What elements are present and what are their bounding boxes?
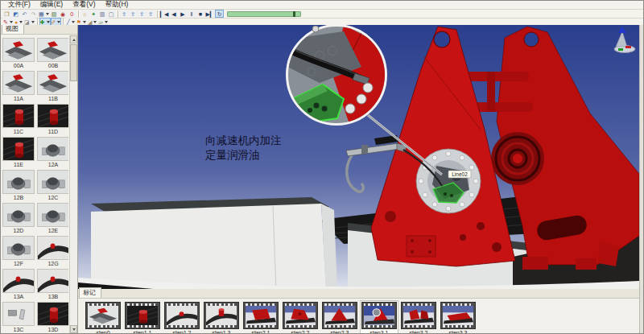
playback-slider-handle[interactable]: [293, 11, 295, 17]
view-thumbnail-00B[interactable]: 00B: [37, 38, 68, 70]
playback-slider[interactable]: [227, 11, 301, 17]
markers-panel-title: 标记: [79, 287, 101, 298]
view-thumbnail-13A[interactable]: 13A: [2, 269, 35, 301]
step-thumbnail-image: [167, 306, 197, 325]
menu-item-3[interactable]: 帮助(H): [101, 0, 134, 10]
view-thumbnail-image: [2, 236, 35, 260]
view-thumbnail-label: 11D: [37, 128, 68, 136]
view-thumbnail-12C[interactable]: 12C: [37, 170, 68, 202]
clip-tool-icon: ▱: [98, 19, 102, 24]
3d-scene: Line02 向减速机内加注 定量润滑油: [78, 25, 639, 289]
view-thumbnail-11A[interactable]: 11A: [2, 71, 35, 103]
view-thumbnail-12D[interactable]: 12D: [2, 203, 35, 235]
step-thumbnail-step3.1[interactable]: step3.1: [361, 301, 398, 334]
first-frame-icon[interactable]: ▎◀: [159, 10, 170, 18]
reducer-flange[interactable]: [416, 149, 481, 213]
views-icon[interactable]: ▦: [38, 10, 50, 18]
scrollbar-thumb[interactable]: [70, 44, 77, 81]
step-thumbnail-step0[interactable]: step0: [85, 301, 122, 334]
view-thumbnail-13B[interactable]: 13B: [37, 269, 68, 301]
film-strip-frame: [283, 302, 318, 329]
publish-2-icon[interactable]: ⇧: [129, 10, 138, 18]
view-thumbnail-11E[interactable]: 11E: [2, 137, 35, 169]
pause-icon: ‖: [190, 10, 192, 16]
publish-3-icon: ⇧: [139, 10, 144, 16]
camera-icon: ◉: [60, 10, 65, 16]
view-thumbnail-11C[interactable]: 11C: [2, 104, 35, 136]
next-frame-icon[interactable]: ▶▎: [204, 10, 215, 18]
view-thumbnail-image: [37, 170, 68, 194]
dropdown-caret-icon: [47, 21, 50, 23]
wedge-tool-icon: ◢: [88, 19, 92, 24]
menu-item-1[interactable]: 编辑(E): [35, 0, 68, 10]
step-thumbnail-label: step3.3: [440, 329, 476, 334]
redo-icon[interactable]: ↷: [29, 10, 38, 18]
view-thumbnail-label: 11A: [2, 95, 35, 103]
prev-frame-icon: ◀: [171, 10, 175, 16]
share-icon[interactable]: ✦: [89, 10, 98, 18]
view-thumbnail-12F[interactable]: 12F: [2, 236, 35, 268]
film-strip-frame: [440, 302, 476, 329]
render-icon[interactable]: ☼: [80, 10, 89, 18]
menu-item-0[interactable]: 文件(F): [3, 0, 35, 10]
view-thumbnail-label: 13A: [2, 293, 35, 301]
view-thumbnail-label: 11E: [2, 161, 35, 169]
menu-item-2[interactable]: 查看(V): [68, 0, 100, 10]
share-icon: ✦: [91, 10, 96, 16]
stop-icon[interactable]: ■: [196, 10, 204, 18]
view-thumbnail-13D[interactable]: 13D: [37, 302, 68, 333]
dropdown-caret-icon: [10, 21, 13, 23]
menubar: 文件(F)编辑(E)查看(V)帮助(H): [1, 1, 643, 10]
view-thumbnail-12A[interactable]: 12A: [37, 137, 68, 169]
publish-1-icon[interactable]: ⇧: [120, 10, 129, 18]
view-thumbnail-11D[interactable]: 11D: [37, 104, 68, 136]
scroll-down-icon[interactable]: [70, 325, 77, 333]
view-thumbnail-13C[interactable]: 13C: [2, 302, 35, 333]
step-thumbnail-step2.3[interactable]: step2.3: [321, 301, 358, 334]
step-thumbnail-step3.2[interactable]: step3.2: [400, 301, 437, 334]
view-thumbnail-image: [37, 71, 68, 95]
import-icon[interactable]: ◩: [11, 10, 20, 18]
reset-icon[interactable]: 0: [68, 10, 76, 18]
page-icon[interactable]: ▢: [107, 10, 116, 18]
scroll-up-icon[interactable]: [70, 35, 77, 43]
first-frame-icon: ▎◀: [160, 10, 169, 16]
dropdown-caret-icon: [83, 21, 86, 23]
camera-icon[interactable]: ◉: [59, 10, 68, 18]
marker-tool-icon: ✚: [40, 19, 45, 24]
view-thumbnail-00A[interactable]: 00A: [2, 38, 35, 70]
pause-icon[interactable]: ‖: [187, 10, 196, 18]
render-icon: ☼: [82, 10, 87, 16]
publish-4-icon[interactable]: ⇧: [147, 10, 155, 18]
view-thumbnail-12E[interactable]: 12E: [37, 203, 68, 235]
film-icon[interactable]: ▥: [98, 10, 107, 18]
step-thumbnail-step1.3[interactable]: step1.3: [203, 301, 240, 334]
views-scrollbar[interactable]: [69, 35, 77, 333]
undo-icon[interactable]: ↶: [20, 10, 29, 18]
view-thumbnail-11B[interactable]: 11B: [37, 71, 68, 103]
step-thumbnail-step2.1[interactable]: step2.1: [242, 301, 279, 334]
step-thumbnail-label: step3.2: [401, 329, 436, 334]
eraser-tool-icon: ◪: [24, 19, 30, 24]
step-thumbnail-step1.1[interactable]: step1.1: [124, 301, 161, 334]
play-icon[interactable]: ▶: [178, 10, 187, 18]
step-thumbnail-label: step1.3: [204, 329, 239, 334]
view-thumbnail-image: [2, 71, 35, 95]
step-thumbnail-step3.3[interactable]: step3.3: [440, 301, 477, 334]
open-file-icon[interactable]: ❐: [2, 10, 11, 18]
view-thumbnail-12B[interactable]: 12B: [2, 170, 35, 202]
view-thumbnail-12G[interactable]: 12G: [37, 236, 68, 268]
prev-frame-icon[interactable]: ◀: [169, 10, 178, 18]
callout-pin: [312, 26, 319, 32]
step-thumbnail-image: [206, 306, 237, 325]
step-thumbnail-step1.2[interactable]: step1.2: [163, 301, 200, 334]
loop-icon[interactable]: ↻: [215, 10, 224, 18]
step-thumbnail-step2.2[interactable]: step2.2: [282, 301, 319, 334]
3d-viewport[interactable]: Line02 向减速机内加注 定量润滑油: [78, 25, 639, 289]
view-thumbnail-image: [37, 269, 68, 293]
view-thumbnail-label: 12F: [2, 260, 35, 268]
dropdown-caret-icon: [19, 21, 23, 23]
publish-3-icon[interactable]: ⇧: [138, 10, 147, 18]
image-icon[interactable]: ▧: [50, 10, 59, 18]
view-thumbnail-label: 13D: [37, 326, 68, 333]
